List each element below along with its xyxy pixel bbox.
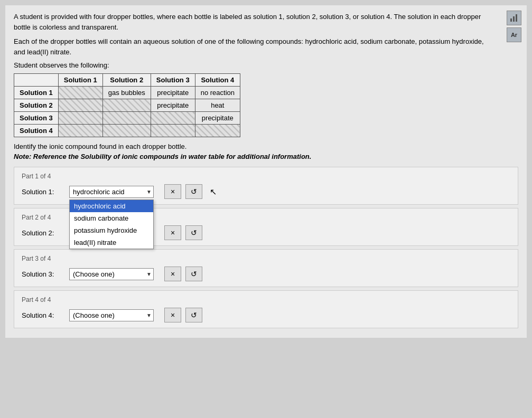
ar-icon[interactable]: Ar — [507, 27, 521, 42]
undo-button-4[interactable]: ↺ — [185, 308, 202, 322]
action-btns-4: ×↺ — [164, 308, 202, 322]
table-cell-2-3: precipitate — [195, 112, 240, 125]
table-row-label-2: Solution 3 — [14, 112, 59, 125]
parts-container: Part 1 of 4Solution 1:hydrochloric acid▼… — [14, 167, 518, 328]
solution-label-3: Solution 3: — [22, 270, 64, 278]
part-label-3: Part 3 of 4 — [22, 255, 510, 262]
dropdown-select-3[interactable]: (Choose one) — [69, 268, 154, 280]
table-header-empty — [14, 74, 59, 87]
table-cell-0-2: precipitate — [151, 87, 195, 99]
table-header-sol1: Solution 1 — [58, 74, 102, 87]
table-cell-1-0 — [58, 99, 102, 112]
top-icons: Ar — [507, 11, 521, 42]
action-btns-3: ×↺ — [164, 267, 202, 281]
solution-row-4: Solution 4:(Choose one)▼×↺ — [22, 308, 510, 322]
part-label-1: Part 1 of 4 — [22, 173, 510, 180]
main-container: Ar A student is provided with four dropp… — [5, 5, 527, 338]
table-cell-3-2 — [151, 125, 195, 137]
svg-rect-1 — [513, 16, 515, 22]
table-cell-0-3: no reaction — [195, 87, 240, 99]
paragraph2: Each of the dropper bottles will contain… — [14, 36, 489, 57]
svg-rect-0 — [510, 18, 512, 22]
paragraph1: A student is provided with four dropper … — [14, 12, 489, 32]
stats-icon[interactable] — [507, 11, 521, 25]
table-cell-3-3 — [195, 125, 240, 137]
close-button-2[interactable]: × — [164, 225, 181, 240]
observes-label: Student observes the following: — [14, 61, 518, 69]
table-cell-1-1 — [102, 99, 151, 112]
cursor-indicator: ↖ — [210, 187, 217, 197]
close-button-4[interactable]: × — [164, 308, 181, 322]
solution-label-2: Solution 2: — [22, 229, 64, 237]
undo-button-2[interactable]: ↺ — [185, 225, 202, 240]
svg-rect-2 — [516, 14, 517, 22]
close-button-3[interactable]: × — [164, 267, 181, 281]
undo-button-3[interactable]: ↺ — [185, 267, 202, 281]
table-cell-2-0 — [58, 112, 102, 125]
table-cell-3-1 — [102, 125, 151, 137]
table-cell-2-2 — [151, 112, 195, 125]
dropdown-select-1[interactable]: hydrochloric acid — [69, 186, 154, 198]
solution-label-4: Solution 4: — [22, 311, 64, 319]
action-btns-1: ×↺ — [164, 184, 202, 199]
close-button-1[interactable]: × — [164, 184, 181, 199]
table-cell-0-1: gas bubbles — [102, 87, 151, 99]
dropdown-select-4[interactable]: (Choose one) — [69, 309, 154, 321]
identify-text: Identify the ionic compound found in eac… — [14, 142, 518, 150]
dropdown-container-4: (Choose one)▼ — [69, 309, 154, 321]
dropdown-option-1-2[interactable]: potassium hydroxide — [70, 224, 153, 236]
dropdown-container-3: (Choose one)▼ — [69, 268, 154, 280]
table-cell-2-1 — [102, 112, 151, 125]
table-cell-3-0 — [58, 125, 102, 137]
table-header-sol2: Solution 2 — [102, 74, 151, 87]
reaction-table: Solution 1 Solution 2 Solution 3 Solutio… — [14, 73, 240, 137]
dropdown-popup-1: hydrochloric acidsodium carbonatepotassi… — [69, 200, 154, 249]
part-section-3: Part 3 of 4Solution 3:(Choose one)▼×↺ — [14, 249, 518, 287]
dropdown-container-1: hydrochloric acid▼hydrochloric acidsodiu… — [69, 186, 154, 198]
dropdown-option-1-3[interactable]: lead(II) nitrate — [70, 236, 153, 249]
action-btns-2: ×↺ — [164, 225, 202, 240]
dropdown-option-1-0[interactable]: hydrochloric acid — [70, 200, 153, 212]
table-row-label-1: Solution 2 — [14, 99, 59, 112]
table-cell-1-3: heat — [195, 99, 240, 112]
part-section-1: Part 1 of 4Solution 1:hydrochloric acid▼… — [14, 167, 518, 205]
table-header-sol3: Solution 3 — [151, 74, 195, 87]
part-section-4: Part 4 of 4Solution 4:(Choose one)▼×↺ — [14, 290, 518, 328]
table-row-label-3: Solution 4 — [14, 125, 59, 137]
solution-label-1: Solution 1: — [22, 188, 64, 196]
undo-button-1[interactable]: ↺ — [185, 184, 202, 199]
solution-row-3: Solution 3:(Choose one)▼×↺ — [22, 267, 510, 281]
note-text: Note: Reference the Solubility of ionic … — [14, 153, 518, 160]
table-row-label-0: Solution 1 — [14, 87, 59, 99]
ar-label: Ar — [511, 32, 517, 38]
table-cell-0-0 — [58, 87, 102, 99]
part-label-4: Part 4 of 4 — [22, 296, 510, 303]
table-header-sol4: Solution 4 — [195, 74, 240, 87]
dropdown-option-1-1[interactable]: sodium carbonate — [70, 212, 153, 224]
table-cell-1-2: precipitate — [151, 99, 195, 112]
solution-row-1: Solution 1:hydrochloric acid▼hydrochlori… — [22, 184, 510, 199]
